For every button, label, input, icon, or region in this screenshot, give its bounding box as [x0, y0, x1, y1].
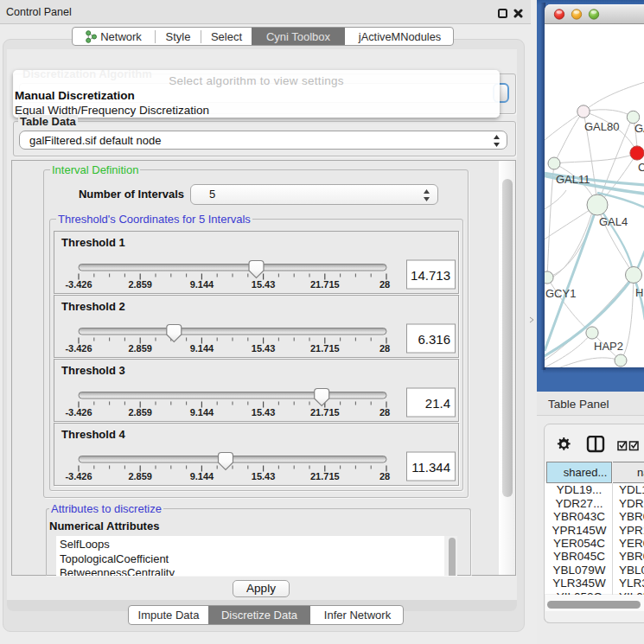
- svg-text:2.859: 2.859: [128, 471, 152, 481]
- svg-text:Threshold 1: Threshold 1: [61, 236, 125, 249]
- svg-text:GAL80: GAL80: [584, 120, 619, 133]
- svg-text:28: 28: [379, 343, 390, 354]
- svg-text:C: C: [638, 161, 644, 174]
- svg-text:28: 28: [379, 407, 390, 418]
- svg-text:GAL4: GAL4: [599, 215, 628, 228]
- svg-text:2.859: 2.859: [128, 279, 152, 290]
- svg-text:21.715: 21.715: [310, 279, 340, 290]
- svg-text:GCY1: GCY1: [545, 287, 576, 300]
- svg-text:9.144: 9.144: [190, 407, 214, 418]
- svg-text:15.43: 15.43: [252, 471, 276, 481]
- svg-text:15.43: 15.43: [252, 343, 276, 354]
- svg-text:21.715: 21.715: [310, 471, 340, 481]
- svg-text:H: H: [635, 286, 643, 299]
- svg-text:-3.426: -3.426: [65, 407, 92, 418]
- svg-text:21.4: 21.4: [425, 396, 450, 411]
- svg-text:21.715: 21.715: [310, 343, 340, 354]
- svg-text:28: 28: [379, 279, 390, 290]
- svg-text:Threshold 4: Threshold 4: [61, 428, 125, 441]
- svg-text:2.859: 2.859: [128, 343, 152, 354]
- svg-text:14.713: 14.713: [411, 268, 450, 283]
- svg-text:6.316: 6.316: [418, 332, 450, 347]
- svg-text:GAL11: GAL11: [556, 173, 590, 186]
- svg-text:-3.426: -3.426: [65, 279, 92, 290]
- svg-text:-3.426: -3.426: [65, 471, 92, 481]
- svg-text:11.344: 11.344: [411, 460, 450, 475]
- svg-text:GA: GA: [634, 122, 644, 135]
- svg-text:28: 28: [379, 471, 390, 481]
- svg-text:9.144: 9.144: [190, 343, 214, 354]
- svg-text:15.43: 15.43: [252, 407, 276, 418]
- svg-text:Threshold 3: Threshold 3: [61, 364, 125, 377]
- svg-text:21.715: 21.715: [310, 407, 340, 418]
- svg-text:Threshold 2: Threshold 2: [61, 300, 125, 313]
- svg-text:-3.426: -3.426: [65, 343, 92, 354]
- svg-text:9.144: 9.144: [190, 471, 214, 481]
- svg-text:2.859: 2.859: [128, 407, 152, 418]
- svg-text:15.43: 15.43: [252, 279, 276, 290]
- svg-text:9.144: 9.144: [190, 279, 214, 290]
- svg-text:HAP2: HAP2: [594, 340, 623, 353]
